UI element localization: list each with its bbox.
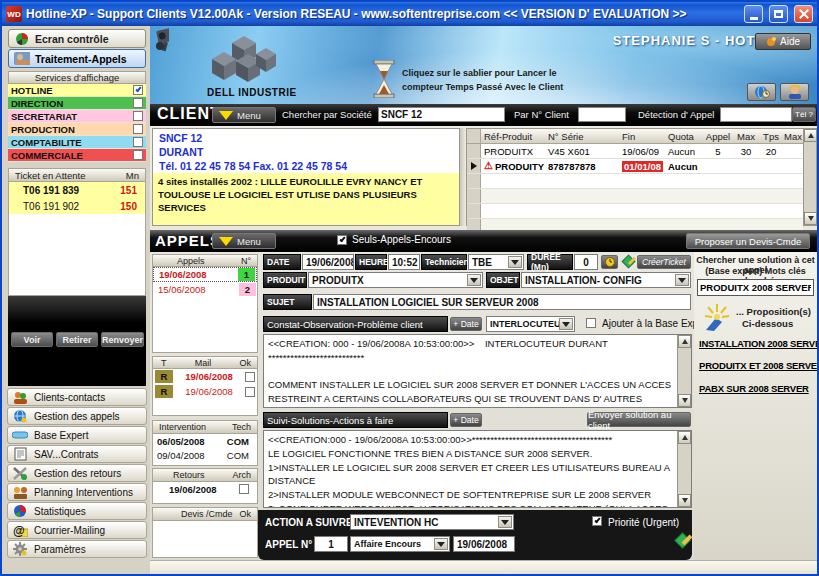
dropdown-button[interactable] — [498, 516, 512, 528]
sidebar-item-clients-contacts[interactable]: Clients-contacts — [7, 388, 147, 406]
hourglass-icon[interactable] — [372, 60, 396, 102]
service-row-secretariat[interactable]: SECRETARIAT — [8, 110, 146, 123]
minimize-button[interactable] — [744, 5, 763, 23]
duree-value[interactable]: 0 — [574, 254, 598, 270]
filter-checkbox[interactable] — [337, 235, 347, 245]
sidebar-item-gestion-retours[interactable]: Gestion des retours — [7, 464, 147, 482]
service-checkbox[interactable] — [133, 111, 143, 121]
interlocuteurs-select[interactable]: INTERLOCUTEURS — [486, 316, 575, 332]
scroll-down-button[interactable] — [678, 394, 691, 407]
mail-ok-checkbox[interactable] — [245, 387, 255, 397]
product-row-selected[interactable]: ⚠PRODUITY 878787878 01/01/08 Aucun — [467, 159, 803, 174]
retour-arch-checkbox[interactable] — [239, 484, 249, 494]
appel-date-value[interactable]: 19/06/2008 — [453, 536, 515, 552]
affaire-select[interactable]: Affaire Encours — [350, 536, 450, 552]
service-row-production[interactable]: PRODUCTION — [8, 123, 146, 136]
scroll-up-button[interactable] — [678, 431, 691, 444]
col-n-serie[interactable]: N° Série — [545, 129, 619, 143]
filter-encours[interactable]: Seuls-Appels-Encours — [337, 234, 451, 245]
ticket-row[interactable]: T06 191 902 150 — [9, 198, 145, 214]
service-row-hotline[interactable]: HOTLINE — [8, 84, 146, 97]
sidebar-item-statistiques[interactable]: Statistiques — [7, 502, 147, 520]
sidebar-item-base-expert[interactable]: Base Expert — [7, 426, 147, 444]
col-tps[interactable]: Tps — [759, 129, 783, 143]
suivi-scrollbar[interactable] — [677, 431, 691, 507]
dropdown-button[interactable] — [559, 318, 573, 330]
contact-button[interactable] — [780, 83, 809, 101]
scroll-down-button[interactable] — [678, 494, 691, 507]
edit-diamond-icon[interactable] — [620, 253, 636, 273]
appel-n-value[interactable]: 1 — [314, 536, 348, 552]
scroll-up-button[interactable] — [804, 129, 817, 142]
voir-button[interactable]: Voir — [11, 332, 53, 347]
solution-link-1[interactable]: INSTALLATION 2008 SERVER — [699, 338, 819, 349]
add-date-button[interactable]: + Date — [450, 317, 482, 331]
col-max2[interactable]: Max — [783, 129, 803, 143]
sujet-value[interactable]: INSTALLATION LOGICIEL SUR SERVEUR 2008 — [313, 294, 691, 310]
appels-menu-button[interactable]: Menu — [212, 233, 276, 249]
row-selector-current[interactable] — [467, 159, 481, 173]
service-checkbox[interactable] — [133, 85, 143, 95]
proposer-devis-button[interactable]: Proposer un Devis-Cmde — [686, 233, 810, 249]
service-checkbox[interactable] — [133, 124, 143, 134]
dropdown-button[interactable] — [508, 256, 522, 268]
scroll-up-button[interactable] — [678, 335, 691, 348]
produit-select[interactable]: PRODUITX — [308, 272, 483, 288]
service-row-comptabilite[interactable]: COMPTABILITE — [8, 136, 146, 149]
intervention-row[interactable]: 06/05/2008 COM — [153, 434, 257, 448]
sidebar-item-parametres[interactable]: Paramètres — [7, 540, 147, 558]
base-expert-checkbox[interactable] — [586, 318, 596, 328]
sidebar-item-gestion-appels[interactable]: Gestion des appels — [7, 407, 147, 425]
solution-link-2[interactable]: PRODUITX ET 2008 SERVER — [699, 360, 819, 371]
col-ref-produit[interactable]: Réf-Produit — [481, 129, 545, 143]
priorite-checkbox[interactable] — [592, 516, 602, 526]
keywords-input[interactable] — [697, 279, 814, 296]
col-quota[interactable]: Quota — [665, 129, 703, 143]
service-checkbox[interactable] — [133, 150, 143, 160]
tel-button[interactable]: Tél ? — [792, 107, 816, 122]
heure-value[interactable]: 10:52 — [388, 254, 420, 270]
action-select[interactable]: INTEVENTION HC — [350, 514, 514, 530]
appel-row[interactable]: 15/06/2008 2 — [153, 282, 257, 297]
world-time-button[interactable] — [747, 83, 776, 101]
sidebar-item-courrier-mailing[interactable]: @ Courrier-Mailing — [7, 521, 147, 539]
renvoyer-button[interactable]: Renvoyer — [101, 332, 144, 347]
products-scrollbar[interactable] — [803, 129, 816, 225]
technicien-select[interactable]: TBE — [468, 254, 524, 270]
product-row[interactable]: PRODUITX V45 X601 19/06/09 Aucun 5 30 20 — [467, 144, 803, 159]
envoyer-solution-button[interactable]: Envoyer solution au client — [587, 412, 691, 427]
col-appel[interactable]: Appel — [703, 129, 733, 143]
creer-ticket-button[interactable]: CréerTicket — [637, 255, 691, 269]
service-checkbox[interactable] — [133, 98, 143, 108]
row-selector[interactable] — [467, 144, 481, 158]
sidebar-item-sav-contrats[interactable]: SAV...Contrats — [7, 445, 147, 463]
maximize-button[interactable] — [769, 5, 788, 23]
constat-textarea[interactable]: <<CREATION: 000 - 19/06/2008A 10:53:00:0… — [264, 335, 677, 407]
client-note[interactable]: 4 sites installés 2002 : LILLE EUROLILLE… — [153, 173, 459, 225]
search-company-input[interactable] — [378, 107, 505, 122]
mail-ok-checkbox[interactable] — [245, 372, 255, 382]
service-checkbox[interactable] — [133, 137, 143, 147]
client-menu-button[interactable]: Menu — [212, 107, 276, 123]
sidebar-item-planning-interventions[interactable]: Planning Interventions — [7, 483, 147, 501]
date-value[interactable]: 19/06/2008 — [302, 254, 354, 270]
ecran-controle-button[interactable]: Ecran contrôle — [8, 29, 146, 48]
dropdown-button[interactable] — [467, 274, 481, 286]
constat-scrollbar[interactable] — [677, 335, 691, 407]
appel-row-selected[interactable]: 19/06/2008 1 — [153, 267, 257, 282]
edit-diamond-icon[interactable] — [672, 530, 692, 554]
service-row-direction[interactable]: DIRECTION — [8, 97, 146, 110]
aide-button[interactable]: Aide — [755, 33, 811, 50]
retirer-button[interactable]: Retirer — [56, 332, 98, 347]
retour-row[interactable]: 19/06/2008 — [153, 482, 257, 496]
close-button[interactable] — [794, 5, 813, 23]
col-max1[interactable]: Max — [733, 129, 759, 143]
dropdown-button[interactable] — [434, 538, 448, 550]
add-date-button[interactable]: + Date — [450, 413, 482, 427]
col-fin[interactable]: Fin — [619, 129, 665, 143]
suivi-textarea[interactable]: <<CREATION:000 - 19/06/2008A 10:53:00:00… — [264, 431, 677, 507]
dropdown-button[interactable] — [675, 274, 689, 286]
scroll-down-button[interactable] — [804, 212, 817, 225]
intervention-row[interactable]: 09/04/2008 COM — [153, 448, 257, 462]
solution-link-3[interactable]: PABX SUR 2008 SERVER — [699, 383, 809, 394]
